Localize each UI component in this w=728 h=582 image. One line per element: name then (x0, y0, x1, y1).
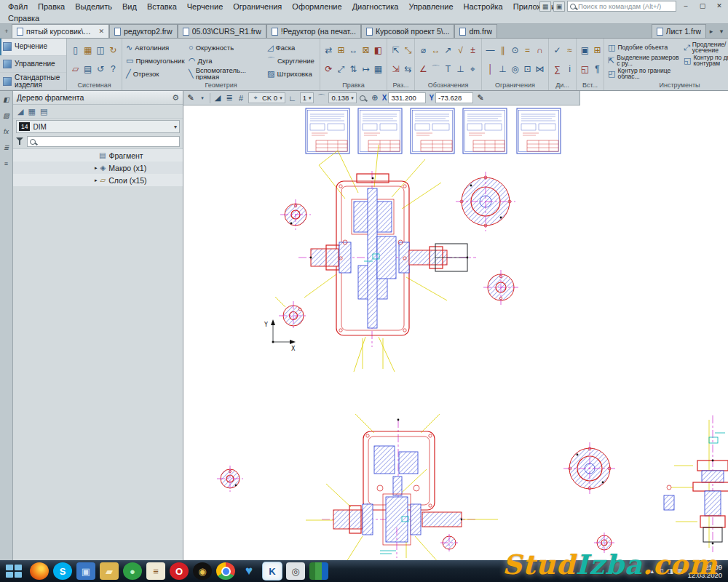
tree-image2-icon[interactable]: ▤ (40, 107, 47, 116)
folder-icon[interactable]: ▰ (100, 562, 119, 580)
perpendicular-icon[interactable]: ⊥ (496, 60, 509, 79)
main-menu-icon[interactable]: ≡ (1, 158, 12, 169)
fix-icon[interactable]: ⊡ (521, 60, 534, 79)
grid-snap-icon[interactable]: # (237, 94, 245, 103)
horizontal-constraint-icon[interactable]: — (484, 41, 496, 60)
fillet-button[interactable]: ⌒Скругление (266, 54, 320, 67)
layers-list-icon[interactable]: ≣ (1, 142, 12, 153)
menu-view[interactable]: Вид (117, 1, 142, 12)
tab-document-4[interactable]: !Редуктор (на печат... (266, 24, 361, 38)
linear-dim-icon[interactable]: ↔ (430, 41, 442, 60)
info-icon[interactable]: i (563, 60, 576, 79)
menu-diagnostics[interactable]: Диагностика (347, 1, 404, 12)
rounding-icon[interactable]: ⌒ (317, 92, 325, 103)
library-icon[interactable] (309, 562, 328, 580)
preview-icon[interactable]: ◫ (95, 41, 107, 60)
skype-icon[interactable]: S (53, 562, 72, 580)
expander-icon[interactable]: ▸ (95, 178, 98, 183)
similar-object-button[interactable]: ◫Подобие объекта (606, 41, 682, 54)
drawing-canvas[interactable]: ✎ ▾ ◢ ≣ # ⌖ CK 0 ▾ ∟ 1 ▾ ⌒ 0.138 ▾ ⊕ (183, 91, 728, 560)
line-style-dropdown[interactable]: 1 ▾ (300, 92, 314, 103)
trim-icon[interactable]: ⊠ (360, 41, 372, 60)
check-doc-icon[interactable]: ≈ (563, 41, 576, 60)
media-player-icon[interactable]: ◉ (193, 562, 212, 580)
array-icon[interactable]: ▦ (372, 60, 384, 79)
join-icon[interactable]: ⇆ (402, 60, 414, 79)
coincident-icon[interactable]: ∩ (534, 41, 546, 60)
menu-insert[interactable]: Вставка (142, 1, 182, 12)
chrome-icon[interactable] (216, 562, 235, 580)
minimize-button[interactable]: – (678, 1, 693, 12)
axis-icon[interactable]: ⌖ (467, 60, 479, 79)
scale-icon[interactable]: ⤢ (335, 60, 347, 79)
notes-icon[interactable]: ≡ (146, 562, 165, 580)
split-curve-icon[interactable]: ⇱ (389, 41, 402, 60)
panels-toggle-icon[interactable]: ◧ (1, 94, 12, 105)
coordinate-system-dropdown[interactable]: ⌖ CK 0 ▾ (248, 92, 285, 103)
save-icon[interactable]: ▦ (82, 41, 94, 60)
tab-document-6[interactable]: dm.frw (454, 24, 497, 38)
tab-document-1[interactable]: пятый курсовик\CU... ✕ (12, 24, 109, 38)
tree-image-icon[interactable]: ▦ (28, 107, 35, 116)
hatch-style-icon[interactable]: ◢ (213, 93, 222, 103)
menu-help[interactable]: Справка (3, 13, 44, 23)
datum-icon[interactable]: ⊥ (454, 60, 467, 79)
mirror-icon[interactable]: ⇄ (323, 41, 335, 60)
filter-dropdown[interactable]: 14 DIM ▾ (16, 120, 180, 133)
filter-funnel-icon[interactable] (16, 137, 24, 146)
gear-icon[interactable]: ⚙ (172, 93, 179, 103)
arc-button[interactable]: ◠Дуга (187, 54, 266, 67)
rotate-icon[interactable]: ⟳ (323, 60, 335, 79)
ortho-mode-icon[interactable]: ∟ (288, 94, 297, 103)
start-button[interactable] (1, 562, 26, 581)
contour-two-button[interactable]: ◱Контур по двум контурам (682, 54, 728, 67)
rectangle-button[interactable]: ▭Прямоугольник (124, 54, 187, 67)
autoline-button[interactable]: ∿Автолиния (124, 41, 187, 54)
edit-pen-icon[interactable]: ✎ (476, 93, 485, 103)
zoom-scale-dropdown[interactable]: 0.138 ▾ (328, 92, 356, 103)
symmetry-icon[interactable]: ⋈ (534, 60, 546, 79)
fx-variables-icon[interactable]: fx (1, 126, 12, 137)
parallel-icon[interactable]: ∥ (496, 41, 509, 60)
split-point-icon[interactable]: ⇲ (389, 60, 402, 79)
insert-table-icon[interactable]: ⊞ (591, 41, 604, 60)
tab-list-icon[interactable]: ▾ (716, 26, 727, 38)
tree-item-layers[interactable]: ▸ ▱ Слои (x15) (13, 174, 183, 186)
redo-icon[interactable]: ↻ (107, 41, 119, 60)
vertical-constraint-icon[interactable]: │ (484, 60, 496, 79)
construction-line-button[interactable]: ╲Вспомогатель... прямая (187, 67, 266, 80)
close-button[interactable]: ✕ (712, 1, 727, 12)
break-icon[interactable]: ⤡ (402, 41, 414, 60)
drawing-view[interactable]: Y X (183, 91, 728, 560)
offset-icon[interactable]: ⇅ (347, 60, 360, 79)
window-layout-icon[interactable]: ▦ (539, 1, 551, 12)
chamfer-button[interactable]: ◿Фаска (266, 41, 320, 54)
segment-button[interactable]: ╱Отрезок (124, 67, 187, 80)
menu-drawing[interactable]: Черчение (182, 1, 229, 12)
category-tab-management[interactable]: Управление (0, 56, 66, 73)
category-tab-drawing[interactable]: Черчение (0, 39, 66, 56)
text-icon[interactable]: T (442, 60, 454, 79)
close-tab-icon[interactable]: ✕ (98, 28, 104, 35)
undo-icon[interactable]: ↺ (95, 60, 107, 79)
insert-text-icon[interactable]: ¶ (591, 60, 604, 79)
help-icon[interactable]: ? (107, 60, 119, 79)
tab-document-5[interactable]: Курсовой проект 5\... (361, 24, 455, 38)
y-coordinate-field[interactable]: Y -73.628 (429, 92, 473, 103)
extend-trim-button[interactable]: ⤢Продление/ усечение (682, 41, 728, 54)
hatch-button[interactable]: ▨Штриховка (266, 67, 320, 80)
tree-search-input[interactable] (27, 136, 180, 147)
leader-icon[interactable]: ↗ (442, 41, 454, 60)
zoom-in-icon[interactable]: ⊕ (371, 93, 379, 103)
chevron-down-icon[interactable]: ▾ (198, 95, 207, 101)
insert-view-icon[interactable]: ◱ (579, 60, 591, 79)
angle-dim-icon[interactable]: ∠ (417, 60, 430, 79)
tab-document-2[interactable]: редуктор2.frw (109, 24, 178, 38)
opera-icon[interactable]: O (170, 562, 189, 580)
window-split-icon[interactable]: ▣ (553, 1, 565, 12)
heart-app-icon[interactable]: ♥ (240, 562, 258, 580)
tree-item-macro[interactable]: ▸ ◈ Макро (x1) (13, 162, 183, 174)
tree-style-icon[interactable]: ◢ (17, 107, 23, 116)
maximize-button[interactable]: ▢ (695, 1, 710, 12)
command-search-input[interactable]: Поиск по командам (Alt+/) (567, 1, 676, 12)
